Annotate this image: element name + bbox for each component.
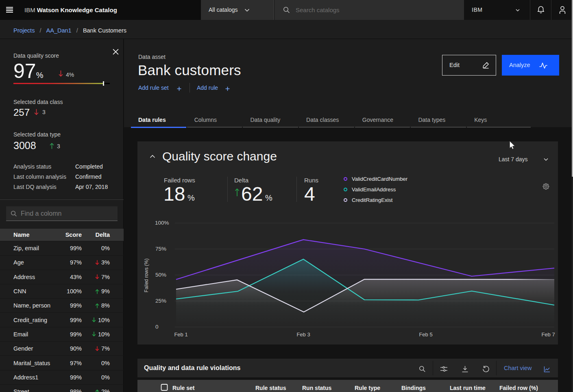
svg-text:Feb 3: Feb 3 bbox=[296, 331, 310, 338]
svg-text:100%: 100% bbox=[155, 220, 169, 226]
svg-text:Failed rows (%): Failed rows (%) bbox=[144, 258, 149, 292]
svg-text:25%: 25% bbox=[155, 298, 166, 304]
svg-text:Feb 7: Feb 7 bbox=[541, 331, 555, 338]
svg-text:Feb 1: Feb 1 bbox=[174, 331, 187, 338]
svg-text:Feb 5: Feb 5 bbox=[419, 331, 432, 338]
svg-text:0: 0 bbox=[155, 324, 159, 330]
svg-text:75%: 75% bbox=[155, 246, 166, 252]
svg-text:50%: 50% bbox=[155, 272, 166, 278]
